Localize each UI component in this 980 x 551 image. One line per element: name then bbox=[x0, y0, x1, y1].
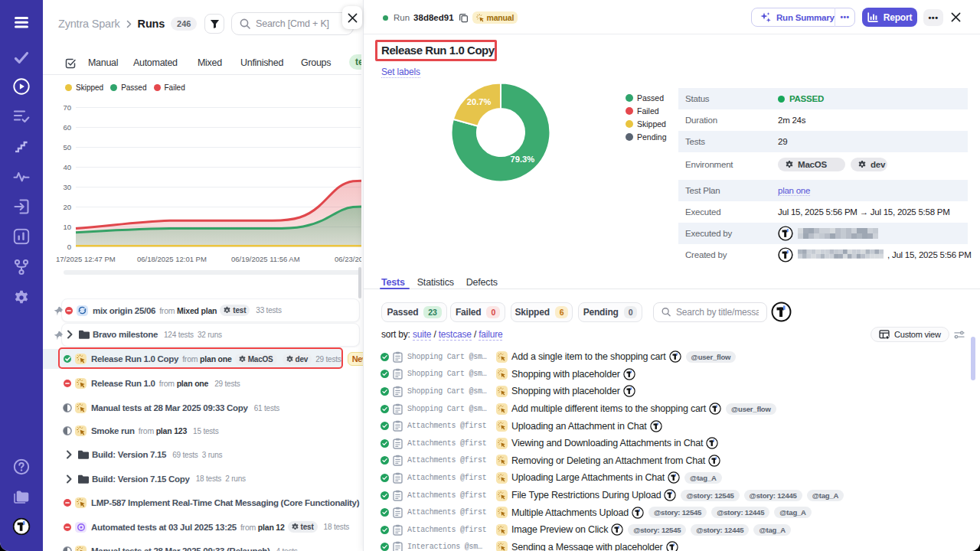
svg-text:20.7%: 20.7% bbox=[467, 97, 492, 106]
svg-text:79.3%: 79.3% bbox=[511, 155, 535, 164]
